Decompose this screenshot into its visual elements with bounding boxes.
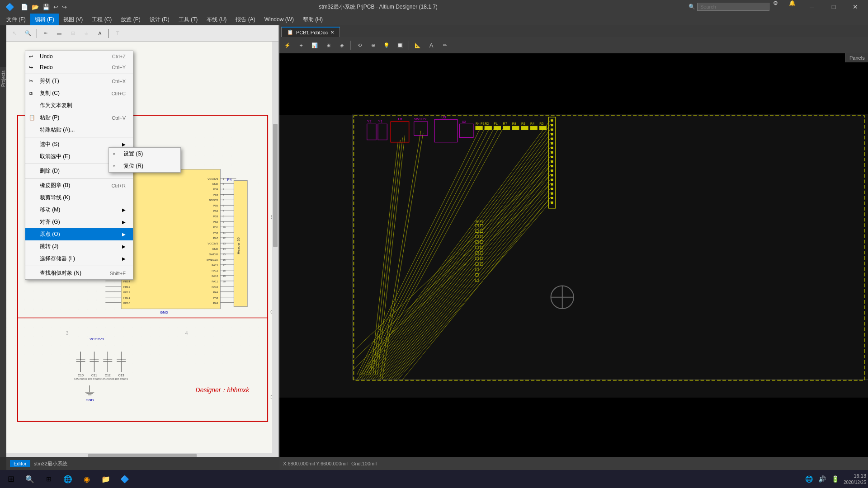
maximize-button[interactable]: □: [825, 0, 843, 14]
pcb-tool5[interactable]: ◈: [335, 39, 348, 52]
taskbar: ⊞ 🔍 ⊞ 🌐 ◉ 📁 🔷 🌐 🔊 🔋 16:13 2020/12/25: [0, 470, 868, 488]
menu-jump[interactable]: 跳转 (J) ▶: [25, 240, 133, 253]
menu-origin[interactable]: 原点 (O) ▶: [25, 228, 133, 240]
minimize-button[interactable]: ─: [803, 0, 821, 14]
menu-align[interactable]: 对齐 (G) ▶: [25, 216, 133, 228]
taskbar-edge[interactable]: 🌐: [59, 471, 77, 487]
start-button[interactable]: ⊞: [2, 470, 20, 488]
editor-tab[interactable]: Editor: [10, 460, 30, 467]
clock-display[interactable]: 16:13 2020/12/25: [844, 473, 866, 485]
menu-copy-text[interactable]: 作为文本复制: [25, 99, 133, 112]
menu-undo[interactable]: ↩ Undo Ctrl+Z: [25, 51, 133, 62]
pcb-tool7[interactable]: ⊕: [367, 39, 379, 52]
bus-btn[interactable]: ═: [53, 27, 66, 40]
cut-shortcut: Ctrl+X: [112, 79, 126, 84]
svg-text:105 C0603: 105 C0603: [101, 378, 115, 380]
menu-paste-special[interactable]: 特殊粘贴 (A)...: [25, 124, 133, 136]
schematic-scrollbar-v[interactable]: [272, 42, 278, 453]
menu-place[interactable]: 放置 (P): [116, 14, 145, 25]
pcb-tool10[interactable]: 📐: [411, 39, 424, 52]
svg-text:PB3: PB3: [213, 215, 218, 218]
zoom-in-btn[interactable]: 🔍: [22, 27, 34, 40]
menu-help[interactable]: 帮助 (H): [298, 14, 327, 25]
menu-tools[interactable]: 工具 (T): [174, 14, 203, 25]
window-controls: ⚙ 🔔 ─ □ ✕: [769, 0, 864, 14]
taskbar-chrome[interactable]: ◉: [78, 471, 96, 487]
scrollbar-thumb-v[interactable]: [273, 124, 278, 247]
pcb-tool1[interactable]: ⚡: [281, 39, 294, 52]
menu-route[interactable]: 布线 (U): [202, 14, 231, 25]
move-label: 移动 (M): [40, 206, 60, 214]
power-btn[interactable]: ⏚: [80, 27, 93, 40]
text-btn[interactable]: T: [111, 27, 124, 40]
menu-rubber-stamp[interactable]: 橡皮图章 (B) Ctrl+R: [25, 179, 133, 192]
taskbar-search[interactable]: 🔍: [21, 471, 39, 487]
select-label: 选中 (S): [40, 141, 59, 148]
svg-text:VCC3V3: VCC3V3: [208, 242, 218, 245]
svg-rect-199: [530, 126, 537, 130]
panels-button[interactable]: Panels: [845, 53, 868, 62]
menu-file[interactable]: 文件 (F): [2, 14, 30, 25]
notification-icon[interactable]: 🔔: [785, 0, 799, 14]
pcb-tool9[interactable]: 🔲: [394, 39, 406, 52]
svg-rect-224: [551, 183, 553, 186]
pointer-tool[interactable]: ↖: [8, 27, 21, 40]
copy-label: 复制 (C): [40, 89, 60, 97]
menu-select-memory[interactable]: 选择存储器 (L) ▶: [25, 253, 133, 265]
pcb-tool12[interactable]: ✏: [439, 39, 451, 52]
svg-text:C12: C12: [105, 374, 111, 377]
origin-set[interactable]: ○ 设置 (S): [109, 148, 180, 160]
pcb-tool11[interactable]: A: [425, 39, 438, 52]
settings-icon[interactable]: ⚙: [769, 0, 782, 14]
pcb-tab-icon: 📋: [287, 29, 293, 35]
paste-special-label: 特殊粘贴 (A)...: [40, 126, 75, 134]
menu-reports[interactable]: 报告 (A): [231, 14, 259, 25]
file-icon[interactable]: 📄: [20, 3, 29, 11]
redo-icon[interactable]: ↪: [61, 3, 68, 11]
menu-cut[interactable]: ✂ 剪切 (T) Ctrl+X: [25, 75, 133, 87]
tray-volume[interactable]: 🔊: [817, 474, 827, 483]
origin-reset[interactable]: ○ 复位 (R): [109, 160, 180, 172]
pcb-tool3[interactable]: 📊: [308, 39, 321, 52]
wire-btn[interactable]: ╾: [39, 27, 52, 40]
folder-open-icon[interactable]: 📂: [31, 3, 40, 11]
svg-text:C13: C13: [118, 374, 124, 377]
menu-move[interactable]: 移动 (M) ▶: [25, 204, 133, 216]
menu-break-wire[interactable]: 裁剪导线 (K): [25, 192, 133, 204]
menu-window[interactable]: Window (W): [260, 14, 298, 25]
pcb-tool2[interactable]: +: [295, 39, 307, 52]
taskbar-taskview[interactable]: ⊞: [40, 471, 58, 487]
menu-find-similar[interactable]: 查找相似对象 (N) Shift+F: [25, 267, 133, 279]
undo-icon[interactable]: ↩: [52, 3, 59, 11]
svg-rect-179: [279, 115, 868, 398]
menu-edit[interactable]: 编辑 (E): [30, 14, 59, 25]
search-input[interactable]: [697, 3, 769, 11]
pcb-tab-close[interactable]: ✕: [330, 30, 334, 35]
net-btn[interactable]: A: [94, 27, 106, 40]
close-button[interactable]: ✕: [846, 0, 864, 14]
pcb-tool4[interactable]: ⊞: [322, 39, 335, 52]
taskbar-app5[interactable]: 🔷: [116, 471, 134, 487]
pcb-tool8[interactable]: 💡: [380, 39, 393, 52]
menu-paste[interactable]: 📋 粘贴 (P) Ctrl+V: [25, 112, 133, 124]
menu-view[interactable]: 视图 (V): [59, 14, 87, 25]
project-tab[interactable]: Projects: [0, 67, 7, 90]
tray-battery[interactable]: 🔋: [830, 474, 840, 483]
menu-project[interactable]: 工程 (C): [87, 14, 116, 25]
svg-text:PA8: PA8: [213, 296, 219, 299]
pcb-canvas[interactable]: Y2 Y1 U1 SW1LP2 U3 U2: [279, 53, 868, 459]
status-bar: X:6800.000mil Y:6600.000mil Grid:100mil: [279, 457, 868, 470]
taskbar-explorer[interactable]: 📁: [97, 471, 115, 487]
menu-design[interactable]: 设计 (D): [145, 14, 174, 25]
tray-network[interactable]: 🌐: [804, 474, 814, 483]
component-btn[interactable]: ⊞: [66, 27, 79, 40]
pcb-tab[interactable]: 📋 PCB1.PcbDoc ✕: [281, 27, 340, 37]
menu-redo[interactable]: ↪ Redo Ctrl+Y: [25, 62, 133, 73]
save-icon[interactable]: 💾: [42, 3, 51, 11]
svg-text:Y2: Y2: [367, 119, 372, 123]
pcb-tool6[interactable]: ⟲: [353, 39, 366, 52]
undo-menu-icon: ↩: [29, 54, 33, 60]
clock-date: 2020/12/25: [844, 479, 866, 485]
svg-text:19: 19: [222, 275, 226, 277]
menu-copy[interactable]: ⧉ 复制 (C) Ctrl+C: [25, 87, 133, 99]
